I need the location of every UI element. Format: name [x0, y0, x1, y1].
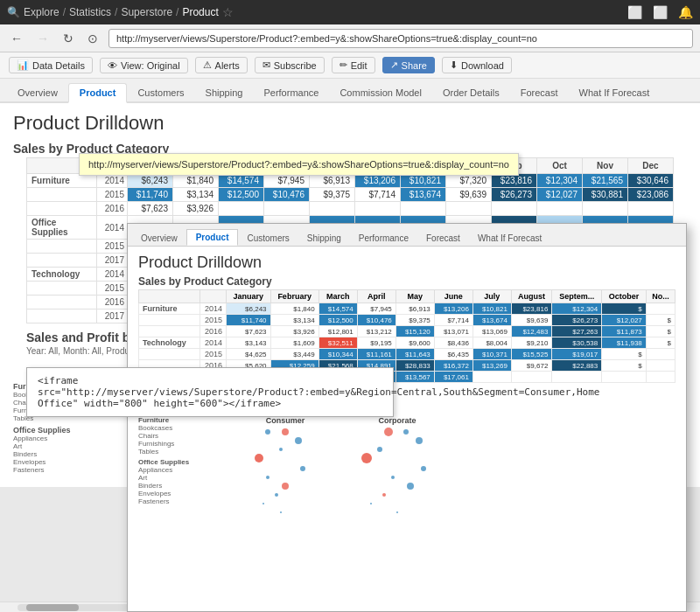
tab-overview[interactable]: Overview [7, 84, 68, 101]
title-bar: 🔍 Explore / Statistics / Superstore / Pr… [0, 0, 700, 24]
favorite-icon[interactable]: ☆ [222, 5, 234, 19]
data-details-icon: 📊 [17, 59, 29, 71]
sw-tab-overview[interactable]: Overview [132, 231, 186, 246]
second-window-tabs: Overview Product Customers Shipping Perf… [128, 224, 686, 247]
svg-point-49 [421, 466, 426, 471]
svg-point-34 [265, 429, 270, 435]
sw-table-row: 2015 $11,740 $3,134 $12,500 $10,476 $9,3… [139, 315, 676, 326]
svg-point-41 [275, 493, 278, 497]
eye-icon: 👁 [108, 60, 117, 71]
tab-what-if-forecast[interactable]: What If Forecast [569, 84, 661, 101]
table-row: 2015 $11,740 $3,134 $12,500 $10,476 $9,3… [27, 188, 674, 202]
tab-order-details[interactable]: Order Details [432, 84, 510, 101]
download-button[interactable]: ⬇ Download [442, 57, 512, 73]
sw-tab-customers[interactable]: Customers [238, 231, 298, 246]
tab-performance[interactable]: Performance [253, 84, 329, 101]
svg-point-53 [370, 503, 372, 504]
nav-bar: ← → ↻ ⊙ [0, 24, 700, 52]
svg-point-42 [262, 503, 264, 504]
back-button[interactable]: ← [7, 30, 26, 47]
maximize-icon: ⬜ [653, 5, 668, 19]
svg-point-36 [279, 448, 283, 451]
sw-page-title: Product Drilldown [138, 254, 676, 272]
tab-product[interactable]: Product [68, 83, 128, 103]
sw-table-row: Furniture 2014 $6,243 $1,840 $14,574 $7,… [139, 303, 676, 315]
iframe-code-text: <iframe src="http://myserver/views/Super… [38, 375, 382, 409]
share-icon: ↗ [390, 59, 398, 71]
bell-icon: 🔔 [678, 5, 693, 19]
svg-point-48 [361, 453, 372, 463]
window-controls: ⬜ ⬜ 🔔 [627, 5, 693, 19]
svg-point-38 [300, 466, 305, 471]
data-details-button[interactable]: 📊 Data Details [9, 57, 93, 73]
tab-commission-model[interactable]: Commission Model [329, 84, 432, 101]
tab-shipping[interactable]: Shipping [195, 84, 254, 101]
svg-point-46 [416, 437, 423, 444]
url-input[interactable] [108, 29, 693, 48]
sw-tab-product[interactable]: Product [186, 229, 239, 246]
scrollbar-thumb[interactable] [26, 604, 79, 611]
edit-icon: ✏ [340, 59, 347, 71]
svg-point-47 [377, 447, 382, 452]
sw-section1: Sales by Product Category [138, 275, 676, 288]
sw-table-row: 2015 $4,625 $3,449 $10,344 $11,161 $11,6… [139, 349, 676, 360]
sw-tab-shipping[interactable]: Shipping [298, 231, 350, 246]
subscribe-button[interactable]: ✉ Subscribe [255, 57, 325, 73]
tab-customers[interactable]: Customers [127, 84, 194, 101]
sw-consumer-chart: Consumer [233, 416, 338, 518]
tab-forecast[interactable]: Forecast [510, 84, 569, 101]
svg-point-51 [407, 483, 414, 490]
sw-table-row: Technology 2014 $3,143 $1,609 $32,511 $9… [139, 337, 676, 349]
svg-point-35 [295, 437, 302, 444]
download-icon: ⬇ [450, 59, 458, 71]
sw-corporate-chart: Corporate [345, 416, 450, 518]
page-title: Product Drilldown [0, 103, 700, 138]
svg-point-43 [280, 511, 282, 513]
view-original-button[interactable]: 👁 View: Original [100, 58, 188, 73]
svg-point-37 [255, 454, 263, 462]
share-button[interactable]: ↗ Share [382, 57, 435, 73]
toolbar: 📊 Data Details 👁 View: Original ⚠ Alerts… [0, 52, 700, 79]
breadcrumb: 🔍 Explore / Statistics / Superstore / Pr… [7, 5, 234, 19]
refresh-button[interactable]: ↻ [60, 30, 77, 47]
url-tooltip: http://myserver/views/Superstore/Product… [79, 153, 519, 176]
svg-point-45 [384, 428, 393, 436]
home-button[interactable]: ⊙ [84, 30, 102, 47]
svg-point-50 [391, 476, 395, 479]
mail-icon: ✉ [262, 59, 270, 71]
sw-table-row: 2016 $7,623 $3,926 $12,801 $13,212 $15,1… [139, 326, 676, 337]
svg-point-54 [396, 511, 398, 513]
sw-scatter-container: Furniture Bookcases Chairs Furnishings T… [138, 416, 676, 518]
alert-icon: ⚠ [203, 59, 212, 71]
sw-tab-forecast[interactable]: Forecast [417, 231, 469, 246]
sw-tab-what-if-forecast[interactable]: What If Forecast [469, 231, 550, 246]
second-window-content: Product Drilldown Sales by Product Categ… [128, 247, 686, 611]
svg-point-52 [382, 493, 386, 497]
svg-point-39 [266, 476, 270, 479]
monitor-icon: ⬜ [627, 5, 642, 19]
edit-button[interactable]: ✏ Edit [332, 57, 375, 73]
svg-point-40 [282, 483, 289, 490]
iframe-code-overlay: <iframe src="http://myserver/views/Super… [26, 367, 394, 417]
forward-button[interactable]: → [33, 30, 52, 47]
sw-tab-performance[interactable]: Performance [350, 231, 417, 246]
table-row: 2016 $7,623 $3,926 [27, 202, 674, 216]
second-window[interactable]: Overview Product Customers Shipping Perf… [127, 223, 687, 612]
svg-point-44 [403, 429, 409, 435]
tab-bar: Overview Product Customers Shipping Perf… [0, 79, 700, 103]
sw-scatter-labels: Furniture Bookcases Chairs Furnishings T… [138, 416, 226, 518]
alerts-button[interactable]: ⚠ Alerts [195, 57, 248, 73]
svg-point-33 [282, 428, 289, 435]
